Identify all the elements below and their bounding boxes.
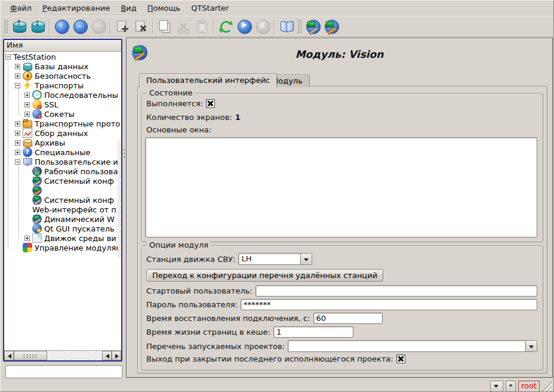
screens-count-value: 1 xyxy=(235,113,241,122)
tree-item[interactable]: Транспортные прото xyxy=(4,119,121,128)
tree-item[interactable]: Сбор данных xyxy=(4,128,121,138)
tree-item-label: SSL xyxy=(44,100,59,109)
running-checkbox[interactable] xyxy=(206,99,215,108)
station-combobox-value[interactable]: LH xyxy=(238,253,301,265)
restore-time-input[interactable] xyxy=(313,313,383,324)
password-input[interactable] xyxy=(241,299,537,310)
serial-icon xyxy=(32,90,42,100)
tree-item[interactable]: Пользовательские и xyxy=(4,157,121,166)
arrow-back-icon: ← xyxy=(72,18,88,34)
tree-item[interactable]: Системный конф xyxy=(4,195,121,205)
vision-icon xyxy=(32,186,42,195)
tree-item[interactable]: SSL xyxy=(4,100,121,109)
resize-grip[interactable] xyxy=(542,381,552,391)
expand-icon[interactable] xyxy=(15,73,20,79)
toolbar-drag-handle[interactable] xyxy=(297,18,302,34)
tree-item[interactable]: TestStation xyxy=(4,52,121,61)
projects-combobox[interactable] xyxy=(288,340,537,352)
menu-item-3[interactable]: Вид xyxy=(116,2,141,14)
cache-lifetime-input[interactable] xyxy=(273,326,353,338)
tree-item[interactable]: Сокеты xyxy=(4,109,121,119)
save-to-db-button[interactable]: ↓ xyxy=(28,17,47,35)
tree-item[interactable]: Рабочий пользова xyxy=(4,166,121,176)
expand-icon[interactable] xyxy=(24,102,30,107)
tree-item-label: Системный конф xyxy=(44,177,114,186)
load-from-db-button[interactable]: ↑ xyxy=(10,17,28,35)
toolbar-separator xyxy=(152,18,153,34)
tree-item-label: Динамический W xyxy=(44,215,115,224)
scroll-right-button[interactable] xyxy=(112,351,121,360)
qtstarter-vision-button[interactable] xyxy=(322,17,340,35)
chevron-down-icon[interactable] xyxy=(526,340,537,352)
tree-filter-input[interactable] xyxy=(5,365,122,378)
projects-combobox-value[interactable] xyxy=(288,340,526,352)
tree-item[interactable]: Архивы xyxy=(4,138,121,147)
tree-item[interactable]: Рабочий пользова xyxy=(4,186,121,195)
expand-icon[interactable] xyxy=(15,131,20,136)
tree-item-label: Базы данных xyxy=(35,62,88,71)
special-icon xyxy=(23,147,32,157)
collapse-icon[interactable] xyxy=(15,83,20,88)
delete-item-button[interactable] xyxy=(131,17,150,35)
expand-icon[interactable] xyxy=(24,112,30,117)
add-item-button[interactable] xyxy=(113,17,131,35)
chevron-down-icon[interactable] xyxy=(301,253,312,265)
collapse-icon[interactable] xyxy=(5,54,11,60)
exit-on-close-checkbox[interactable] xyxy=(396,354,405,363)
expand-icon[interactable] xyxy=(24,236,30,241)
expand-icon[interactable] xyxy=(15,121,20,126)
scrollbar-thumb[interactable] xyxy=(14,351,47,360)
modified-indicator-button[interactable]: * xyxy=(506,381,516,392)
splitter-handle[interactable] xyxy=(123,148,125,159)
cache-lifetime-label: Время жизни страниц в кеше: xyxy=(146,328,270,337)
statusbar: * root xyxy=(1,380,553,392)
statusbar-dropdown-button[interactable] xyxy=(490,381,503,392)
scrollbar-track[interactable] xyxy=(47,351,102,360)
up-button[interactable]: ↑ xyxy=(52,17,70,35)
back-button[interactable]: ← xyxy=(70,17,89,35)
tree-item[interactable]: Транспорты xyxy=(4,81,121,90)
copy-item-button[interactable] xyxy=(155,17,174,35)
expand-icon[interactable] xyxy=(15,140,20,146)
tree-header-name[interactable]: Имя xyxy=(4,40,121,52)
tree-item[interactable]: Системный конф xyxy=(4,176,121,186)
tree-item-label: Специальные xyxy=(35,148,91,157)
scroll-left-button[interactable] xyxy=(102,351,112,360)
qtstarter-config-button[interactable] xyxy=(303,17,322,35)
ui-icon xyxy=(23,157,32,166)
menu-item-4[interactable]: Помощь xyxy=(143,2,185,14)
reload-button[interactable] xyxy=(216,17,235,35)
tree-item[interactable]: Движок среды ви xyxy=(4,233,121,243)
tree-item[interactable]: Динамический W xyxy=(4,214,121,224)
expand-icon[interactable] xyxy=(15,64,20,69)
station-label: Станция движка СВУ: xyxy=(146,255,235,264)
station-config-icon xyxy=(305,18,321,34)
start-button[interactable] xyxy=(235,17,253,35)
tree-item[interactable]: Базы данных xyxy=(4,61,121,71)
add-item-icon xyxy=(115,18,130,34)
tree-item[interactable]: Qt GUI пускатель xyxy=(4,224,121,233)
toolbar-drag-handle[interactable] xyxy=(3,18,8,34)
socket-icon xyxy=(32,109,42,119)
tree-item-label: Сокеты xyxy=(44,110,75,119)
start-user-input[interactable] xyxy=(256,285,537,297)
tree-item[interactable]: Web-интерфейс от п xyxy=(4,205,121,214)
tree-item[interactable]: Последовательны xyxy=(4,90,121,100)
menu-item-5[interactable]: QTStarter xyxy=(186,2,233,14)
db-icon xyxy=(23,62,32,72)
scroll-left-button[interactable] xyxy=(4,351,14,360)
station-combobox[interactable]: LH xyxy=(238,253,312,265)
expand-icon[interactable] xyxy=(24,92,30,98)
main-windows-textarea[interactable] xyxy=(145,137,537,237)
tree-item[interactable]: Управление модулям xyxy=(4,243,121,252)
collapse-icon[interactable] xyxy=(15,159,20,165)
manual-button[interactable] xyxy=(277,17,296,35)
expand-icon[interactable] xyxy=(15,150,20,155)
tab-user-interface[interactable]: Пользовательский интерфейс xyxy=(139,73,277,87)
tree-vertical-scrollbar[interactable] xyxy=(118,141,121,258)
tree-item[interactable]: Безопасность xyxy=(4,71,121,81)
menu-item-2[interactable]: Редактирование xyxy=(38,2,115,14)
tree-item[interactable]: Специальные xyxy=(4,147,121,157)
menu-item-1[interactable]: Файл xyxy=(5,2,36,14)
remote-stations-config-button[interactable]: Переход к конфигурации перечня удалённых… xyxy=(146,269,383,282)
